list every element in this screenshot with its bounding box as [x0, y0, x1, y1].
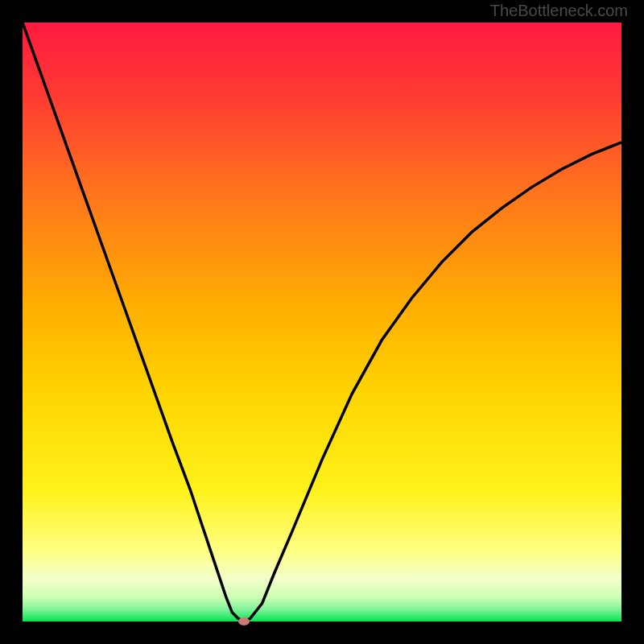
optimal-point-marker [238, 617, 250, 625]
attribution-text: TheBottleneck.com [490, 2, 628, 20]
bottleneck-chart [23, 23, 621, 621]
bottleneck-curve [23, 23, 621, 621]
